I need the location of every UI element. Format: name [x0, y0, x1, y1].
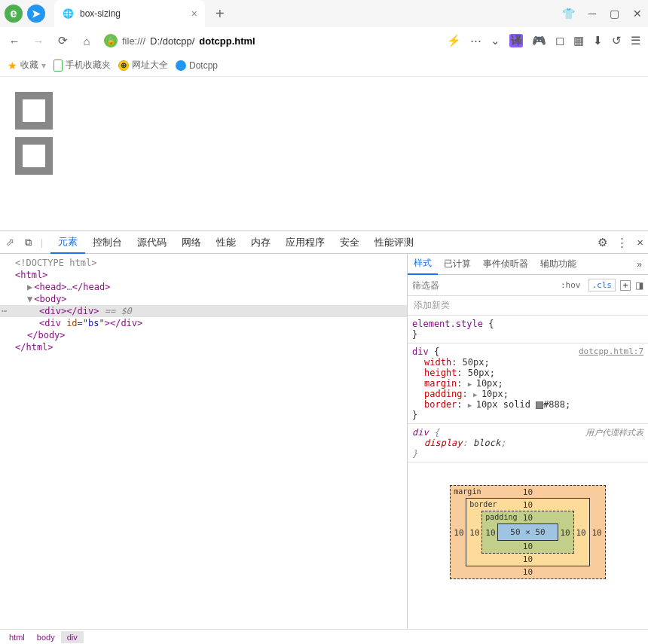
shirt-icon[interactable]: 👕 — [562, 8, 575, 20]
inspect-icon[interactable]: ⬀ — [5, 237, 16, 248]
history-icon[interactable]: ↺ — [612, 34, 622, 47]
address-bar: ← → ⟳ ⌂ 🔒 file:///D:/dotcpp/dotcpp.html … — [0, 27, 648, 54]
elements-breadcrumb: html body div — [0, 629, 648, 644]
styles-more-icon[interactable]: » — [631, 259, 648, 270]
tab-console[interactable]: 控制台 — [85, 231, 130, 254]
chevron-down-icon: ▾ — [41, 60, 46, 71]
tab-lighthouse[interactable]: 性能评测 — [367, 231, 421, 254]
bookmarks-bar: ★ 收藏 ▾ 手机收藏夹 ⊕ 网址大全 Dotcpp — [0, 54, 648, 77]
filter-input[interactable] — [412, 280, 553, 291]
url-file: dotcpp.html — [199, 35, 255, 47]
sidebar-toggle-icon[interactable]: ◨ — [635, 280, 643, 291]
devtools-close-icon[interactable]: × — [637, 236, 643, 249]
home-button[interactable]: ⌂ — [80, 35, 93, 47]
tab-network[interactable]: 网络 — [174, 231, 209, 254]
star-icon: ★ — [8, 60, 17, 72]
box-model-diagram[interactable]: margin 10 10 10 10 border 10 10 10 10 pa… — [408, 462, 648, 602]
tab-title: box-sizing — [80, 8, 185, 19]
devtools-more-icon[interactable]: ⋮ — [616, 236, 628, 249]
tab-styles[interactable]: 样式 — [408, 254, 438, 275]
new-rule-button[interactable]: + — [620, 280, 631, 291]
browser-tab[interactable]: 🌐 box-sizing × — [54, 0, 205, 27]
devtools-settings-icon[interactable]: ⚙ — [598, 236, 607, 249]
devtools-panel: ⬀ ⧉ | 元素 控制台 源代码 网络 性能 内存 应用程序 安全 性能评测 ⚙… — [0, 230, 648, 644]
breadcrumb-div[interactable]: div — [61, 631, 84, 643]
titlebar: e ➤ 🌐 box-sizing × + 👕 ─ ▢ ✕ — [0, 0, 648, 27]
sites-button[interactable]: ⊕ 网址大全 — [118, 59, 168, 72]
rendered-div-2 — [15, 137, 53, 175]
new-tab-button[interactable]: + — [215, 5, 225, 23]
hov-toggle[interactable]: :hov — [558, 280, 584, 290]
directory-icon: ⊕ — [118, 60, 129, 71]
url-input[interactable]: 🔒 file:///D:/dotcpp/dotcpp.html — [104, 34, 436, 47]
color-swatch[interactable] — [536, 401, 543, 409]
styles-panel: 样式 已计算 事件侦听器 辅助功能 » :hov .cls + ◨ 添加新类 e… — [407, 254, 648, 629]
close-window-icon[interactable]: ✕ — [633, 8, 642, 20]
page-viewport — [0, 77, 648, 230]
box-icon[interactable]: ◻ — [555, 34, 564, 47]
minimize-icon[interactable]: ─ — [588, 8, 596, 20]
tab-sources[interactable]: 源代码 — [130, 231, 174, 254]
download-icon[interactable]: ⬇ — [593, 34, 603, 47]
breadcrumb-body[interactable]: body — [31, 631, 61, 643]
menu-icon[interactable]: ☰ — [631, 34, 640, 47]
breadcrumb-html[interactable]: html — [3, 631, 31, 643]
mobile-bookmarks-button[interactable]: 手机收藏夹 — [53, 59, 111, 72]
selected-element[interactable]: <div></div> == $0 — [0, 305, 407, 317]
dotcpp-icon — [176, 60, 186, 71]
tab-accessibility[interactable]: 辅助功能 — [534, 254, 582, 275]
translate-icon[interactable]: 译 — [509, 34, 523, 47]
lock-icon: 🔒 — [104, 34, 118, 47]
tab-memory[interactable]: 内存 — [243, 231, 278, 254]
url-protocol: file:/// — [122, 35, 145, 47]
phone-icon — [53, 60, 63, 72]
back-button[interactable]: ← — [8, 35, 21, 47]
rendered-div-1 — [15, 92, 53, 130]
elements-tree[interactable]: <!DOCTYPE html> <html> ▶<head>…</head> ▼… — [0, 254, 407, 629]
source-link[interactable]: dotcpp.html:7 — [579, 346, 643, 356]
div-rule[interactable]: dotcpp.html:7 div { width: 50px; height:… — [408, 343, 648, 424]
tab-listeners[interactable]: 事件侦听器 — [477, 254, 534, 275]
tab-computed[interactable]: 已计算 — [438, 254, 477, 275]
tab-security[interactable]: 安全 — [332, 231, 367, 254]
tab-application[interactable]: 应用程序 — [278, 231, 332, 254]
tab-performance[interactable]: 性能 — [209, 231, 243, 254]
dotcpp-bookmark[interactable]: Dotcpp — [176, 60, 218, 71]
gamepad-icon[interactable]: 🎮 — [532, 34, 546, 47]
grid-icon[interactable]: ▦ — [573, 34, 584, 47]
favorites-button[interactable]: ★ 收藏 ▾ — [8, 59, 46, 72]
add-class-input[interactable]: 添加新类 — [408, 296, 648, 316]
maximize-icon[interactable]: ▢ — [610, 8, 619, 20]
telegram-icon[interactable]: ➤ — [27, 5, 45, 23]
url-path: D:/dotcpp/ — [150, 35, 194, 47]
tab-elements[interactable]: 元素 — [50, 231, 85, 254]
devtools-header: ⬀ ⧉ | 元素 控制台 源代码 网络 性能 内存 应用程序 安全 性能评测 ⚙… — [0, 231, 648, 254]
browser-logo-icon[interactable]: e — [5, 5, 23, 23]
close-tab-icon[interactable]: × — [191, 8, 197, 20]
chevron-down-icon[interactable]: ⌄ — [491, 34, 500, 47]
device-toggle-icon[interactable]: ⧉ — [23, 237, 33, 249]
box-model-content: 50 × 50 — [497, 523, 558, 541]
forward-button[interactable]: → — [32, 35, 45, 47]
flash-icon[interactable]: ⚡ — [447, 34, 461, 47]
more-icon[interactable]: ⋯ — [470, 34, 481, 47]
element-style-rule[interactable]: element.style {} — [408, 316, 648, 343]
cls-toggle[interactable]: .cls — [588, 279, 616, 291]
globe-icon: 🌐 — [62, 8, 74, 20]
ua-rule: 用户代理样式表 div { display: block; } — [408, 424, 648, 462]
reload-button[interactable]: ⟳ — [56, 34, 69, 47]
devtools-tabs: 元素 控制台 源代码 网络 性能 内存 应用程序 安全 性能评测 — [50, 231, 421, 254]
